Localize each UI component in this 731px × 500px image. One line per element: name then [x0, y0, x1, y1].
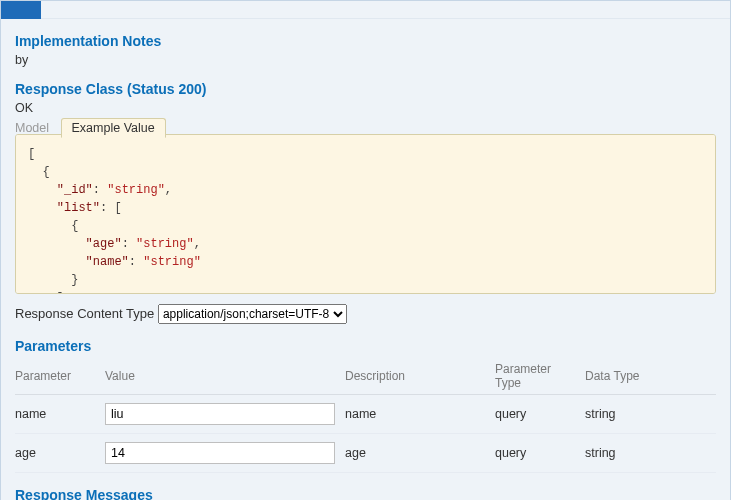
response-class-title: Response Class (Status 200) — [15, 81, 716, 97]
example-json-box[interactable]: [ { "_id": "string", "list": [ { "age": … — [15, 134, 716, 294]
param-data-type: string — [585, 434, 716, 473]
param-name: age — [15, 434, 105, 473]
param-value-input[interactable] — [105, 403, 335, 425]
active-method-tab[interactable] — [1, 1, 41, 19]
param-value-input[interactable] — [105, 442, 335, 464]
parameters-table: Parameter Value Description Parameter Ty… — [15, 358, 716, 473]
param-type: query — [495, 395, 585, 434]
implementation-notes-title: Implementation Notes — [15, 33, 716, 49]
params-col-data-type: Data Type — [585, 358, 716, 395]
param-description: name — [345, 395, 495, 434]
response-ok-label: OK — [15, 101, 716, 115]
content-type-label: Response Content Type — [15, 306, 154, 321]
operation-tabbar — [1, 1, 730, 19]
param-name: name — [15, 395, 105, 434]
response-messages-title: Response Messages — [15, 487, 716, 500]
params-col-value: Value — [105, 358, 345, 395]
params-col-param-type: Parameter Type — [495, 358, 585, 395]
implementation-by-label: by — [15, 53, 716, 67]
parameters-title: Parameters — [15, 338, 716, 354]
param-description: age — [345, 434, 495, 473]
param-type: query — [495, 434, 585, 473]
param-data-type: string — [585, 395, 716, 434]
table-row: namenamequerystring — [15, 395, 716, 434]
table-row: ageagequerystring — [15, 434, 716, 473]
example-value-tab[interactable]: Example Value — [61, 118, 166, 138]
params-col-parameter: Parameter — [15, 358, 105, 395]
content-type-select[interactable]: application/json;charset=UTF-8 — [158, 304, 347, 324]
params-col-description: Description — [345, 358, 495, 395]
